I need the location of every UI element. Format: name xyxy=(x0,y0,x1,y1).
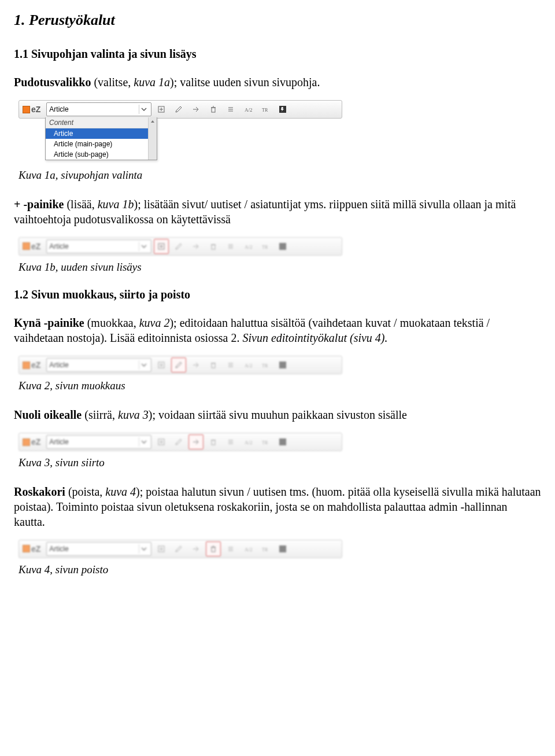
chevron-down-icon xyxy=(139,105,149,114)
edit-button[interactable] xyxy=(171,239,186,254)
caption-1a: Kuva 1a, sivupohjan valinta xyxy=(18,168,541,183)
template-dropdown-panel: Content Article Article (main-page) Arti… xyxy=(45,117,157,160)
list-button[interactable] xyxy=(223,434,238,449)
template-select[interactable]: Article xyxy=(46,102,151,116)
paragraph-plus-button: + -painike (lisää, kuva 1b); lisätään si… xyxy=(14,197,541,227)
chevron-down-icon xyxy=(139,437,149,447)
svg-rect-6 xyxy=(212,245,215,249)
edit-button[interactable] xyxy=(171,102,186,117)
svg-rect-21 xyxy=(212,547,215,552)
svg-rect-9 xyxy=(279,243,286,250)
add-button[interactable] xyxy=(154,434,169,449)
template-select[interactable]: Article xyxy=(46,239,151,253)
svg-text:TR: TR xyxy=(262,108,268,113)
caption-2: Kuva 2, sivun muokkaus xyxy=(18,379,541,393)
dropdown-scrollbar[interactable] xyxy=(148,117,157,160)
list-button[interactable] xyxy=(223,541,238,556)
svg-rect-1 xyxy=(212,108,215,112)
svg-text:TR: TR xyxy=(262,547,268,552)
template-select[interactable]: Article xyxy=(46,435,151,449)
add-button[interactable] xyxy=(154,541,169,556)
add-button[interactable] xyxy=(154,239,169,254)
delete-button[interactable] xyxy=(206,541,221,556)
paragraph-delete: Roskakori (poista, kuva 4); poistaa halu… xyxy=(14,484,541,529)
translate-button[interactable]: A/2 xyxy=(240,541,256,556)
chevron-down-icon xyxy=(139,360,149,370)
ez-logo: eZ xyxy=(21,360,44,370)
svg-rect-19 xyxy=(279,438,286,445)
ez-logo: eZ xyxy=(21,242,44,251)
translate-button[interactable]: A/2 xyxy=(240,102,256,117)
ez-logo: eZ xyxy=(21,437,44,447)
paragraph-dropdown-intro: Pudotusvalikko (valitse, kuva 1a); valit… xyxy=(14,75,541,90)
svg-rect-24 xyxy=(279,545,286,552)
caption-1b: Kuva 1b, uuden sivun lisäys xyxy=(18,260,541,275)
paragraph-edit: Kynä -painike (muokkaa, kuva 2); editoid… xyxy=(14,315,541,345)
tr-button[interactable]: TR xyxy=(258,102,273,117)
svg-text:A/2: A/2 xyxy=(245,107,253,113)
svg-text:TR: TR xyxy=(262,440,268,445)
tr-button[interactable]: TR xyxy=(258,239,273,254)
translate-button[interactable]: A/2 xyxy=(240,239,256,254)
flash-button[interactable] xyxy=(275,357,290,373)
add-button[interactable] xyxy=(154,357,169,373)
dropdown-option[interactable]: Article (sub-page) xyxy=(46,149,157,160)
svg-text:A/2: A/2 xyxy=(245,363,253,368)
list-button[interactable] xyxy=(223,239,238,254)
svg-text:TR: TR xyxy=(262,245,268,250)
figure-1a: eZ Article A/2 TR Content Article Articl… xyxy=(18,100,342,119)
list-button[interactable] xyxy=(223,102,238,117)
section-1-2-heading: 1.2 Sivun muokkaus, siirto ja poisto xyxy=(14,288,541,301)
section-1-1-heading: 1.1 Sivupohjan valinta ja sivun lisäys xyxy=(14,47,541,61)
dropdown-option[interactable]: Article xyxy=(46,128,157,139)
delete-button[interactable] xyxy=(206,102,221,117)
move-button[interactable] xyxy=(188,434,204,449)
svg-text:A/2: A/2 xyxy=(245,244,253,250)
move-button[interactable] xyxy=(188,239,204,254)
svg-rect-11 xyxy=(212,363,215,368)
list-button[interactable] xyxy=(223,357,238,373)
page-title: 1. Perustyökalut xyxy=(14,12,541,29)
tr-button[interactable]: TR xyxy=(258,434,273,449)
translate-button[interactable]: A/2 xyxy=(240,434,256,449)
move-button[interactable] xyxy=(188,357,204,373)
svg-text:A/2: A/2 xyxy=(245,547,253,552)
paragraph-move: Nuoli oikealle (siirrä, kuva 3); voidaan… xyxy=(14,407,541,422)
flash-button[interactable] xyxy=(275,239,290,254)
template-select[interactable]: Article xyxy=(46,358,151,372)
template-select[interactable]: Article xyxy=(46,542,151,556)
caption-4: Kuva 4, sivun poisto xyxy=(18,563,541,577)
add-button[interactable] xyxy=(154,102,169,117)
flash-button[interactable] xyxy=(275,102,290,117)
svg-rect-14 xyxy=(279,362,286,368)
caption-3: Kuva 3, sivun siirto xyxy=(18,456,541,470)
ez-logo: eZ xyxy=(21,544,44,554)
svg-text:TR: TR xyxy=(262,363,268,368)
chevron-down-icon xyxy=(139,242,149,251)
figure-4: eZ Article A/2 TR xyxy=(18,540,342,558)
delete-button[interactable] xyxy=(206,434,221,449)
edit-button[interactable] xyxy=(171,434,186,449)
flash-button[interactable] xyxy=(275,541,290,556)
edit-button[interactable] xyxy=(171,357,186,373)
tr-button[interactable]: TR xyxy=(258,541,273,556)
tr-button[interactable]: TR xyxy=(258,357,273,373)
figure-2: eZ Article A/2 TR xyxy=(18,356,342,374)
figure-3: eZ Article A/2 TR xyxy=(18,433,342,451)
editor-toolbar: eZ Article A/2 TR xyxy=(18,100,342,119)
translate-button[interactable]: A/2 xyxy=(240,357,256,373)
svg-rect-16 xyxy=(212,440,215,445)
delete-button[interactable] xyxy=(206,239,221,254)
ez-logo: eZ xyxy=(21,105,44,114)
svg-text:A/2: A/2 xyxy=(245,440,253,445)
dropdown-group: Content xyxy=(46,117,157,128)
flash-button[interactable] xyxy=(275,434,290,449)
template-select-value: Article xyxy=(49,105,68,113)
move-button[interactable] xyxy=(188,102,204,117)
figure-1b: eZ Article A/2 TR xyxy=(18,237,342,256)
dropdown-option[interactable]: Article (main-page) xyxy=(46,139,157,149)
chevron-down-icon xyxy=(139,544,149,554)
delete-button[interactable] xyxy=(206,357,221,373)
move-button[interactable] xyxy=(188,541,204,556)
edit-button[interactable] xyxy=(171,541,186,556)
